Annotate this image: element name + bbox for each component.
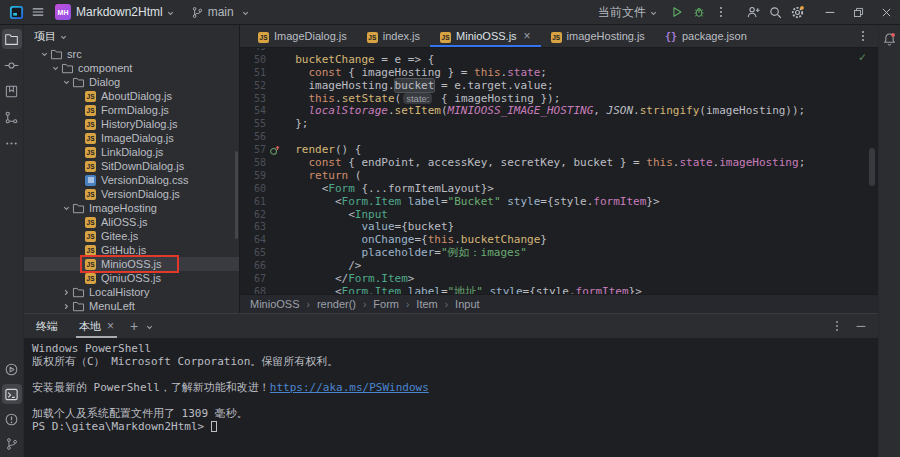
tree-item-MenuLeft[interactable]: MenuLeft bbox=[24, 299, 239, 313]
tree-item-label: AboutDialog.js bbox=[101, 90, 172, 102]
tree-item-Dialog[interactable]: Dialog bbox=[24, 75, 239, 89]
services-icon[interactable] bbox=[2, 359, 22, 379]
structure-icon[interactable] bbox=[2, 107, 22, 127]
restore-icon[interactable] bbox=[844, 0, 872, 24]
new-terminal-tab-button[interactable]: + bbox=[125, 318, 143, 334]
js-file-icon: JS bbox=[551, 30, 562, 43]
search-icon[interactable] bbox=[764, 2, 786, 22]
user-add-icon[interactable] bbox=[742, 2, 764, 22]
terminal-tab-local[interactable]: 本地 × bbox=[74, 314, 119, 338]
tree-item-VersionDialog.js[interactable]: JSVersionDialog.js bbox=[24, 187, 239, 201]
chevron-down-icon[interactable] bbox=[60, 78, 72, 87]
terminal-icon[interactable] bbox=[2, 384, 22, 404]
folder-icon bbox=[61, 62, 74, 75]
run-icon[interactable] bbox=[666, 2, 688, 22]
project-badge[interactable]: MH bbox=[55, 4, 71, 20]
js-file-icon: JS bbox=[84, 273, 97, 284]
close-tab-icon[interactable]: × bbox=[524, 30, 531, 42]
tree-item-label: Gitee.js bbox=[101, 230, 138, 242]
more-vertical-icon[interactable] bbox=[710, 2, 732, 22]
code-editor[interactable]: 4950 bucketChange = e => {51 const { ima… bbox=[240, 48, 878, 294]
code-line-68[interactable]: 68 <Form.Item label="地址" style={style.fo… bbox=[240, 286, 878, 294]
breadcrumb-item[interactable]: render() bbox=[317, 298, 356, 310]
tree-item-label: LocalHistory bbox=[89, 286, 150, 298]
tree-item-FormDialog.js[interactable]: JSFormDialog.js bbox=[24, 103, 239, 117]
tree-item-src[interactable]: src bbox=[24, 47, 239, 61]
tree-item-component[interactable]: component bbox=[24, 61, 239, 75]
tree-item-HistoryDialog.js[interactable]: JSHistoryDialog.js bbox=[24, 117, 239, 131]
editor-tab-MinioOSS.js[interactable]: JSMinioOSS.js× bbox=[430, 25, 541, 47]
tree-item-VersionDialog.css[interactable]: VersionDialog.css bbox=[24, 173, 239, 187]
menu-icon[interactable] bbox=[27, 2, 49, 22]
editor-tab-imageHosting.js[interactable]: JSimageHosting.js bbox=[541, 25, 655, 47]
terminal-tab-label: 本地 bbox=[79, 319, 101, 334]
chevron-down-icon[interactable] bbox=[166, 9, 175, 18]
terminal-link[interactable]: https://aka.ms/PSWindows bbox=[270, 381, 429, 394]
chevron-right-icon[interactable] bbox=[60, 288, 72, 297]
chevron-down-icon[interactable] bbox=[145, 323, 154, 332]
js-file-icon: JS bbox=[84, 133, 97, 144]
tree-item-label: HistoryDialog.js bbox=[101, 118, 177, 130]
tree-item-ImageDialog.js[interactable]: JSImageDialog.js bbox=[24, 131, 239, 145]
editor-scrollbar[interactable] bbox=[869, 148, 875, 186]
terminal-header: 终端 本地 × + bbox=[24, 314, 878, 338]
terminal-line: 版权所有（C） Microsoft Corporation。保留所有权利。 bbox=[32, 355, 878, 368]
tree-scrollbar[interactable] bbox=[235, 151, 238, 239]
tree-item-label: AliOSS.js bbox=[101, 216, 147, 228]
right-tool-strip bbox=[878, 25, 900, 457]
project-icon[interactable] bbox=[2, 29, 22, 49]
js-file-icon: JS bbox=[84, 259, 97, 270]
minimize-icon[interactable] bbox=[816, 0, 844, 24]
tree-item-LocalHistory[interactable]: LocalHistory bbox=[24, 285, 239, 299]
tree-item-QiniuOSS.js[interactable]: JSQiniuOSS.js bbox=[24, 271, 239, 285]
tree-item-Gitee.js[interactable]: JSGitee.js bbox=[24, 229, 239, 243]
tree-item-SitDownDialog.js[interactable]: JSSitDownDialog.js bbox=[24, 159, 239, 173]
override-gutter-icon[interactable] bbox=[266, 144, 282, 157]
close-tab-icon[interactable]: × bbox=[107, 320, 114, 332]
editor-tab-package.json[interactable]: {}package.json bbox=[655, 25, 757, 47]
terminal-text: 安装最新的 PowerShell，了解新功能和改进！ bbox=[32, 381, 270, 394]
debug-icon[interactable] bbox=[688, 2, 710, 22]
notifications-icon[interactable] bbox=[880, 29, 900, 49]
breadcrumb-separator: › bbox=[363, 299, 366, 310]
editor-tab-ImageDialog.js[interactable]: JSImageDialog.js bbox=[248, 25, 357, 47]
chevron-down-icon bbox=[241, 9, 250, 18]
more-vertical-icon[interactable] bbox=[826, 316, 848, 336]
tree-item-MinioOSS.js[interactable]: JSMinioOSS.js bbox=[24, 257, 239, 271]
commit-icon[interactable] bbox=[2, 55, 22, 75]
tree-item-AboutDialog.js[interactable]: JSAboutDialog.js bbox=[24, 89, 239, 103]
bookmarks-icon[interactable] bbox=[2, 81, 22, 101]
run-configuration-selector[interactable]: 当前文件 bbox=[598, 4, 658, 21]
project-panel-header[interactable]: 项目 bbox=[24, 25, 239, 47]
js-file-icon: JS bbox=[84, 231, 97, 242]
editor-tab-index.js[interactable]: JSindex.js bbox=[357, 25, 430, 47]
tree-item-AliOSS.js[interactable]: JSAliOSS.js bbox=[24, 215, 239, 229]
inspections-ok-icon[interactable]: ✓ bbox=[859, 51, 866, 64]
chevron-down-icon[interactable] bbox=[60, 204, 72, 213]
breadcrumb-item[interactable]: MinioOSS bbox=[250, 298, 300, 310]
chevron-down-icon[interactable] bbox=[49, 64, 61, 73]
line-number: 51 bbox=[240, 67, 266, 80]
code-line-54[interactable]: 54 localStorage.setItem(MINIOOSS_IMAGE_H… bbox=[240, 105, 878, 118]
breadcrumb-item[interactable]: Form bbox=[373, 298, 399, 310]
problems-icon[interactable] bbox=[2, 409, 22, 429]
version-control-icon[interactable] bbox=[2, 434, 22, 454]
hide-icon[interactable] bbox=[850, 316, 872, 336]
tree-item-LinkDialog.js[interactable]: JSLinkDialog.js bbox=[24, 145, 239, 159]
chevron-right-icon[interactable] bbox=[60, 302, 72, 311]
settings-icon[interactable] bbox=[786, 2, 808, 22]
tree-item-label: VersionDialog.css bbox=[101, 174, 188, 186]
chevron-down-icon[interactable] bbox=[38, 50, 50, 59]
more-horizontal-icon[interactable] bbox=[2, 133, 22, 153]
git-branch-widget[interactable]: main bbox=[191, 5, 250, 19]
project-name[interactable]: Markdown2Html bbox=[76, 5, 163, 19]
js-file-icon: JS bbox=[84, 147, 97, 158]
code-line-55[interactable]: 55 }; bbox=[240, 118, 878, 131]
tree-item-ImageHosting[interactable]: ImageHosting bbox=[24, 201, 239, 215]
terminal-output[interactable]: Windows PowerShell版权所有（C） Microsoft Corp… bbox=[24, 338, 878, 457]
tree-item-label: MenuLeft bbox=[89, 300, 135, 312]
breadcrumb-item[interactable]: Input bbox=[455, 298, 479, 310]
more-vertical-icon[interactable] bbox=[852, 26, 874, 46]
close-icon[interactable] bbox=[872, 0, 900, 24]
breadcrumb-item[interactable]: Item bbox=[416, 298, 437, 310]
